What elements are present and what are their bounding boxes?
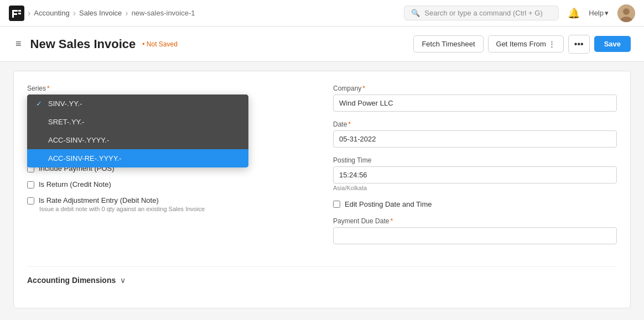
- accounting-dimensions-label: Accounting Dimensions: [27, 276, 116, 285]
- date-required-star: *: [348, 120, 351, 128]
- company-field-group: Company *: [333, 85, 617, 112]
- breadcrumb-sales-invoice[interactable]: Sales Invoice: [79, 9, 122, 17]
- breadcrumb-area: › Accounting › Sales Invoice › new-sales…: [9, 6, 195, 21]
- breadcrumb-current: new-sales-invoice-1: [132, 9, 195, 17]
- is-rate-adjustment-group: Is Rate Adjustment Entry (Debit Note) Is…: [27, 196, 311, 212]
- payment-due-date-input[interactable]: [333, 227, 617, 244]
- get-items-from-label: Get Items From: [496, 40, 546, 48]
- posting-time-input[interactable]: [333, 166, 617, 183]
- series-label: Series *: [27, 85, 311, 92]
- topnav-right: 🔍 Search or type a command (Ctrl + G) 🔔 …: [404, 4, 635, 22]
- form-row-main: Series * ✓ SINV-.YY.- ✓ SRET-.YY.-: [27, 85, 617, 253]
- company-label: Company *: [333, 85, 617, 92]
- form-left-column: Series * ✓ SINV-.YY.- ✓ SRET-.YY.-: [27, 85, 311, 220]
- series-required-star: *: [47, 85, 50, 92]
- posting-time-field-group: Posting Time Asia/Kolkata: [333, 156, 617, 191]
- frappe-logo: [9, 6, 24, 21]
- series-option-sinv[interactable]: ✓ SINV-.YY.-: [27, 95, 248, 113]
- is-return-group: Is Return (Credit Note): [27, 180, 311, 188]
- series-option-acc-sinv-re[interactable]: ✓ ACC-SINV-RE-.YYYY.-: [27, 149, 248, 167]
- edit-posting-label: Edit Posting Date and Time: [345, 200, 432, 208]
- help-button[interactable]: Help ▾: [589, 9, 609, 17]
- get-items-chevron-icon: ⋮: [548, 40, 555, 48]
- avatar-image: [617, 4, 635, 22]
- page-header-right: Fetch Timesheet Get Items From ⋮ ••• Sav…: [413, 35, 631, 54]
- page-header-left: ≡ New Sales Invoice • Not Saved: [13, 36, 178, 52]
- is-return-label: Is Return (Credit Note): [39, 180, 111, 188]
- rate-adjustment-hint: Issue a debit note with 0 qty against an…: [39, 206, 205, 212]
- is-rate-adjustment-label: Is Rate Adjustment Entry (Debit Note): [39, 196, 159, 204]
- series-option-acc-sinv-label: ACC-SINV-.YYYY.-: [48, 136, 109, 144]
- series-option-acc-sinv-re-label: ACC-SINV-RE-.YYYY.-: [48, 154, 122, 162]
- date-input[interactable]: [333, 130, 617, 148]
- get-items-from-button[interactable]: Get Items From ⋮: [488, 35, 564, 53]
- posting-time-label: Posting Time: [333, 156, 617, 164]
- series-dropdown-menu: ✓ SINV-.YY.- ✓ SRET-.YY.- ✓ ACC-SINV-.YY…: [27, 95, 248, 167]
- payment-due-date-required-star: *: [390, 217, 393, 225]
- series-option-sinv-label: SINV-.YY.-: [48, 99, 82, 108]
- is-rate-adjustment-checkbox[interactable]: [27, 197, 34, 204]
- breadcrumb-sep-0: ›: [28, 8, 30, 18]
- checkmark-icon: ✓: [36, 99, 44, 108]
- page-header: ≡ New Sales Invoice • Not Saved Fetch Ti…: [0, 27, 644, 62]
- timezone-label: Asia/Kolkata: [333, 185, 617, 191]
- accounting-dimensions-section[interactable]: Accounting Dimensions ∨: [27, 266, 617, 285]
- series-option-sret[interactable]: ✓ SRET-.YY.-: [27, 113, 248, 131]
- not-saved-badge: • Not Saved: [142, 40, 178, 48]
- company-required-star: *: [362, 85, 365, 92]
- page-title: New Sales Invoice: [30, 37, 136, 51]
- form-content: Series * ✓ SINV-.YY.- ✓ SRET-.YY.-: [13, 71, 631, 308]
- is-return-checkbox[interactable]: [27, 181, 34, 188]
- search-bar[interactable]: 🔍 Search or type a command (Ctrl + G): [404, 6, 559, 20]
- checkbox-area: Include Payment (POS) Is Return (Credit …: [27, 164, 311, 212]
- series-field-group: Series * ✓ SINV-.YY.- ✓ SRET-.YY.-: [27, 85, 311, 92]
- series-option-acc-sinv[interactable]: ✓ ACC-SINV-.YYYY.-: [27, 131, 248, 149]
- breadcrumb-sep-2: ›: [125, 8, 128, 18]
- payment-due-date-label: Payment Due Date *: [333, 217, 617, 225]
- company-input[interactable]: [333, 95, 617, 112]
- search-icon: 🔍: [411, 9, 420, 17]
- notifications-button[interactable]: 🔔: [568, 7, 580, 19]
- topnav: › Accounting › Sales Invoice › new-sales…: [0, 0, 644, 27]
- payment-due-date-field-group: Payment Due Date *: [333, 217, 617, 244]
- date-label: Date *: [333, 120, 617, 128]
- breadcrumb-sep-1: ›: [73, 8, 76, 18]
- form-right-column: Company * Date * Posting Time Asia/Kolka…: [333, 85, 617, 253]
- svg-point-2: [623, 8, 630, 15]
- fetch-timesheet-button[interactable]: Fetch Timesheet: [413, 35, 483, 53]
- edit-posting-checkbox[interactable]: [333, 201, 340, 208]
- avatar[interactable]: [617, 4, 635, 22]
- help-label: Help: [589, 9, 604, 17]
- series-option-sret-label: SRET-.YY.-: [48, 118, 85, 126]
- more-options-button[interactable]: •••: [568, 35, 590, 54]
- search-placeholder-text: Search or type a command (Ctrl + G): [424, 9, 543, 17]
- help-chevron-icon: ▾: [605, 9, 609, 17]
- accounting-dimensions-chevron-icon: ∨: [120, 276, 126, 285]
- edit-posting-row: Edit Posting Date and Time: [333, 200, 617, 208]
- sidebar-toggle-button[interactable]: ≡: [13, 36, 24, 52]
- date-field-group: Date *: [333, 120, 617, 148]
- save-button[interactable]: Save: [594, 36, 631, 52]
- breadcrumb-accounting[interactable]: Accounting: [34, 9, 69, 17]
